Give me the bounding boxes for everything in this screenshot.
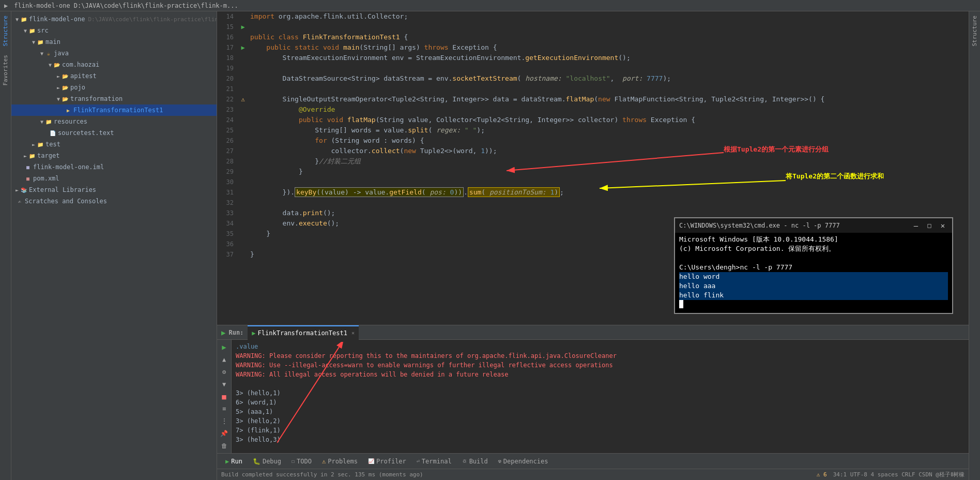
- cmd-window[interactable]: C:\WINDOWS\system32\cmd.exe - nc -l -p 7…: [674, 217, 953, 314]
- tree-item-external-libs[interactable]: ► 📚 External Libraries: [11, 184, 217, 196]
- run-tab-label: FlinkTransformationTest1: [258, 329, 347, 337]
- tab-run[interactable]: ▶ Run: [221, 454, 247, 469]
- run-label: ▶ Run:: [221, 328, 243, 337]
- toolbar-up-btn[interactable]: ▲: [219, 354, 230, 365]
- bottom-tab-bar: ▶ Run 🐛 Debug ☐ TODO ⚠ Problems 📈 Pr: [217, 453, 969, 469]
- tree-item-resources[interactable]: ▼ 📁 resources: [11, 116, 217, 127]
- toolbar-pin-btn[interactable]: 📌: [219, 428, 230, 439]
- run-tab-active[interactable]: ▶ FlinkTransformationTest1 ✕: [248, 325, 359, 340]
- code-line-24: 24 public void flatMap(String value, Col…: [217, 115, 969, 125]
- tree-item-iml[interactable]: ■ flink-model-one.iml: [11, 161, 217, 173]
- tree-item-FlinkTransformationTest1[interactable]: ▶ FlinkTransformationTest1: [11, 104, 217, 116]
- run-tabs-bar: ▶ Run: ▶ FlinkTransformationTest1 ✕: [217, 325, 969, 340]
- run-output[interactable]: .value WARNING: Please consider reportin…: [232, 340, 969, 453]
- cmd-maximize-btn[interactable]: □: [924, 221, 935, 230]
- toolbar-run-btn[interactable]: ▶: [219, 342, 230, 352]
- tree-item-pom[interactable]: ■ pom.xml: [11, 173, 217, 184]
- yellow-arrow-svg: [589, 178, 791, 199]
- run-left-toolbar: ▶ ▲ ⚙ ▼ ■ ≡ ⋮ 📌 🗑: [217, 340, 232, 453]
- toolbar-scroll-btn[interactable]: ≡: [219, 403, 230, 414]
- code-line-18: 18 StreamExecutionEnvironment env = Stre…: [217, 53, 969, 63]
- code-line-20: 20 DataStreamSource<String> dataStream =…: [217, 73, 969, 84]
- tab-todo[interactable]: ☐ TODO: [287, 454, 316, 469]
- code-line-19: 19: [217, 63, 969, 73]
- tree-item-java[interactable]: ▼ ☕ java: [11, 48, 217, 59]
- code-line-25: 25 String[] words = value.split( regex: …: [217, 125, 969, 136]
- tree-item-transformation[interactable]: ▼ 📂 transformation: [11, 93, 217, 104]
- code-line-15: 15 ▶: [217, 22, 969, 32]
- tab-profiler[interactable]: 📈 Profiler: [364, 454, 410, 469]
- tree-item-test[interactable]: ► 📁 test: [11, 139, 217, 150]
- toolbar-filter-btn[interactable]: ⋮: [219, 416, 230, 426]
- tab-build[interactable]: ⛭ Build: [458, 454, 492, 469]
- red-arrow-svg: [491, 150, 729, 176]
- code-line-16: 16 public class FlinkTransformationTest1…: [217, 32, 969, 42]
- cmd-content-area: Microsoft Windows [版本 10.0.19044.1586] (…: [675, 233, 952, 313]
- cmd-title: C:\WINDOWS\system32\cmd.exe - nc -l -p 7…: [679, 222, 840, 229]
- code-editor[interactable]: 14 import org.apache.flink.util.Collecto…: [217, 11, 969, 325]
- sidebar-favorites-tab[interactable]: Favorites: [1, 51, 10, 90]
- annotation-red: 根据Tuple2的第一个元素进行分组: [724, 145, 829, 154]
- sidebar-structure-tab[interactable]: Structure: [1, 11, 10, 51]
- svg-line-1: [507, 153, 724, 171]
- cmd-minimize-btn[interactable]: –: [911, 221, 921, 230]
- tree-item-target[interactable]: ► 📁 target: [11, 150, 217, 161]
- annotation-yellow: 将Tuple2的第二个函数进行求和: [786, 172, 884, 181]
- right-tab-structure[interactable]: Structure: [970, 11, 979, 51]
- code-line-17: 17 ▶ public static void main(String[] ar…: [217, 42, 969, 53]
- toolbar-stop-btn[interactable]: ■: [219, 392, 230, 402]
- tree-item-flink-model-one[interactable]: ▼ 📁 flink-model-one D:\JAVA\code\flink\f…: [11, 13, 217, 25]
- tree-item-scratches[interactable]: ✍ Scratches and Consoles: [11, 196, 217, 207]
- top-bar: ▶ flink-model-one D:\JAVA\code\flink\fli…: [0, 0, 980, 11]
- svg-line-5: [277, 347, 339, 443]
- code-line-22: 22 ⚠ SingleOutputStreamOperator<Tuple2<S…: [217, 94, 969, 104]
- warnings-badge: ⚠ 6: [817, 471, 827, 478]
- code-line-23: 23 @Override: [217, 104, 969, 115]
- project-title: flink-model-one D:\JAVA\code\flink\flink…: [14, 2, 238, 9]
- file-tree-panel: ▼ 📁 flink-model-one D:\JAVA\code\flink\f…: [11, 11, 217, 480]
- tree-item-sourcetest[interactable]: 📄 sourcetest.text: [11, 127, 217, 139]
- right-sidebar: Structure: [969, 11, 980, 480]
- svg-line-3: [600, 181, 786, 188]
- code-line-26: 26 for (String word : words) {: [217, 136, 969, 146]
- toolbar-down-btn[interactable]: ▼: [219, 379, 230, 389]
- tree-item-main[interactable]: ▼ 📁 main: [11, 36, 217, 48]
- bottom-panel: ▶ Run: ▶ FlinkTransformationTest1 ✕ ▶ ▲: [217, 325, 969, 453]
- tab-debug[interactable]: 🐛 Debug: [249, 454, 285, 469]
- cmd-titlebar: C:\WINDOWS\system32\cmd.exe - nc -l -p 7…: [675, 218, 952, 233]
- code-line-32: 32: [217, 198, 969, 208]
- status-left: Build completed successfully in 2 sec. 1…: [221, 471, 423, 478]
- tree-item-com-haozai[interactable]: ▼ 📂 com.haozai: [11, 59, 217, 70]
- red-output-arrow: [277, 342, 432, 445]
- tree-item-src[interactable]: ▼ 📁 src: [11, 25, 217, 36]
- toolbar-settings-btn[interactable]: ⚙: [219, 367, 230, 377]
- tree-item-apitest[interactable]: ► 📂 apitest: [11, 70, 217, 82]
- tab-dependencies[interactable]: ☢ Dependencies: [494, 454, 553, 469]
- tab-problems[interactable]: ⚠ Problems: [318, 454, 362, 469]
- cmd-close-btn[interactable]: ✕: [938, 221, 948, 230]
- status-bar: Build completed successfully in 2 sec. 1…: [217, 469, 969, 480]
- code-line-14: 14 import org.apache.flink.util.Collecto…: [217, 11, 969, 22]
- code-line-33: 33 data.print();: [217, 208, 969, 218]
- status-right: 34:1 UTF-8 4 spaces CRLF CSDN @柽子Ⅱ树橡: [833, 471, 964, 478]
- tree-item-pojo[interactable]: ► 📂 pojo: [11, 82, 217, 93]
- toolbar-trash-btn[interactable]: 🗑: [219, 441, 230, 451]
- code-line-21: 21: [217, 84, 969, 94]
- run-tab-close-icon[interactable]: ✕: [351, 330, 355, 336]
- tab-terminal[interactable]: ⏎ Terminal: [412, 454, 456, 469]
